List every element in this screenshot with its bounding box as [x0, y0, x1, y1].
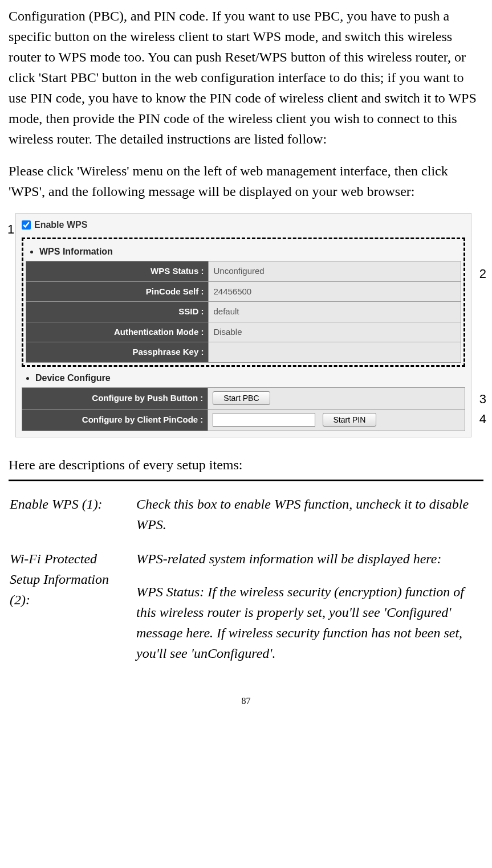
table-row: Configure by Client PinCode : Start PIN	[22, 409, 465, 431]
descriptions-intro: Here are descriptions of every setup ite…	[9, 455, 483, 475]
pincode-label: PinCode Self :	[26, 281, 209, 302]
wps-panel: Enable WPS WPS Information WPS Status : …	[15, 213, 471, 437]
push-button-label: Configure by Push Button :	[22, 387, 208, 409]
table-row: Authentication Mode : Disable	[26, 322, 461, 342]
callout-1: 1	[7, 220, 14, 239]
wps-info-table: WPS Status : Unconfigured PinCode Self :…	[26, 261, 461, 363]
enable-wps-label: Enable WPS	[34, 218, 87, 232]
wifi-protected-item-label: Wi-Fi Protected Setup Information (2):	[10, 548, 135, 676]
start-pin-button[interactable]: Start PIN	[323, 413, 377, 427]
wifi-protected-item-desc-main: WPS-related system information will be d…	[136, 551, 441, 566]
enable-wps-item-desc: Check this box to enable WPS function, u…	[136, 494, 482, 547]
page-number: 87	[9, 694, 483, 708]
table-row: Configure by Push Button : Start PBC	[22, 387, 465, 409]
table-row: Wi-Fi Protected Setup Information (2): W…	[10, 548, 482, 676]
table-row: Enable WPS (1): Check this box to enable…	[10, 494, 482, 547]
client-pin-cell: Start PIN	[208, 409, 465, 431]
wps-status-sub-desc: WPS Status: If the wireless security (en…	[136, 582, 482, 664]
enable-wps-item-label: Enable WPS (1):	[10, 494, 135, 547]
table-row: SSID : default	[26, 302, 461, 322]
wps-status-label: WPS Status :	[26, 261, 209, 282]
callout-2: 2	[479, 264, 486, 283]
client-pin-label: Configure by Client PinCode :	[22, 409, 208, 431]
device-configure-heading: Device Configure	[35, 371, 465, 385]
wps-info-heading: WPS Information	[39, 245, 461, 259]
enable-wps-row: Enable WPS	[22, 218, 465, 232]
wps-info-box: WPS Information WPS Status : Unconfigure…	[22, 238, 465, 367]
setup-items-table: Enable WPS (1): Check this box to enable…	[9, 493, 483, 677]
passphrase-label: Passphrase Key :	[26, 342, 209, 363]
device-configure-table: Configure by Push Button : Start PBC Con…	[22, 387, 465, 431]
start-pbc-button[interactable]: Start PBC	[213, 391, 270, 405]
push-button-cell: Start PBC	[208, 387, 465, 409]
callout-4: 4	[479, 410, 486, 428]
ssid-value: default	[209, 302, 461, 322]
wps-status-value: Unconfigured	[209, 261, 461, 282]
passphrase-value	[209, 342, 461, 363]
pincode-value: 24456500	[209, 281, 461, 302]
table-row: PinCode Self : 24456500	[26, 281, 461, 302]
enable-wps-checkbox[interactable]	[22, 220, 31, 230]
body-paragraph-2: Please click 'Wireless' menu on the left…	[9, 161, 483, 202]
separator	[9, 480, 483, 481]
auth-mode-value: Disable	[209, 322, 461, 342]
callout-3: 3	[479, 390, 486, 408]
table-row: Passphrase Key :	[26, 342, 461, 363]
auth-mode-label: Authentication Mode :	[26, 322, 209, 342]
body-paragraph-1: Configuration (PBC), and PIN code. If yo…	[9, 6, 483, 149]
ssid-label: SSID :	[26, 302, 209, 322]
wifi-protected-item-desc: WPS-related system information will be d…	[136, 548, 482, 676]
table-row: WPS Status : Unconfigured	[26, 261, 461, 282]
client-pin-input[interactable]	[213, 413, 315, 427]
wps-screenshot: 1 2 3 4 Enable WPS WPS Information WPS S…	[9, 213, 483, 437]
